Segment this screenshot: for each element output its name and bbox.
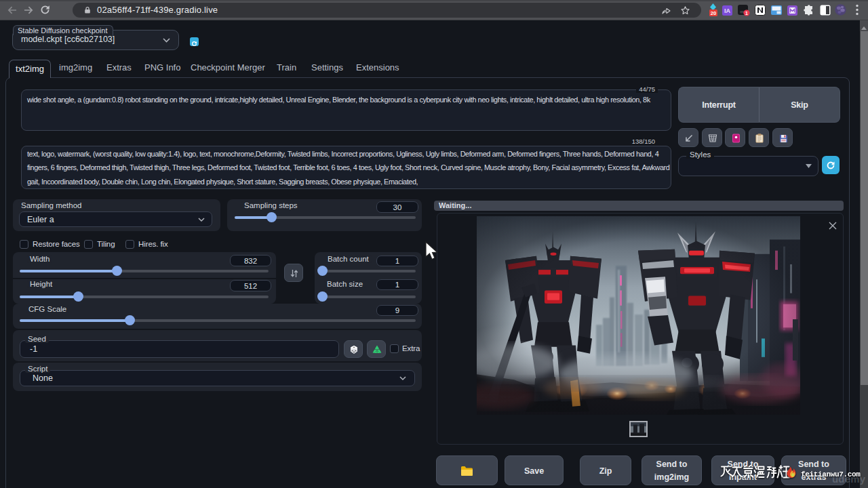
svg-text:20: 20 (711, 10, 716, 16)
svg-text:IA: IA (724, 7, 731, 14)
svg-text:1: 1 (745, 11, 748, 16)
svg-text:feitianwu7.com: feitianwu7.com (801, 470, 861, 479)
